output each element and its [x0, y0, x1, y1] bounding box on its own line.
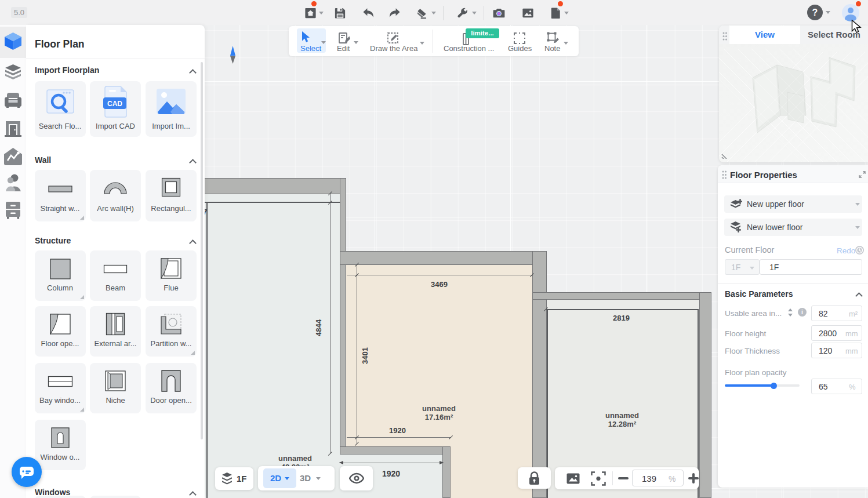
svg-text:CAD: CAD	[107, 100, 122, 108]
